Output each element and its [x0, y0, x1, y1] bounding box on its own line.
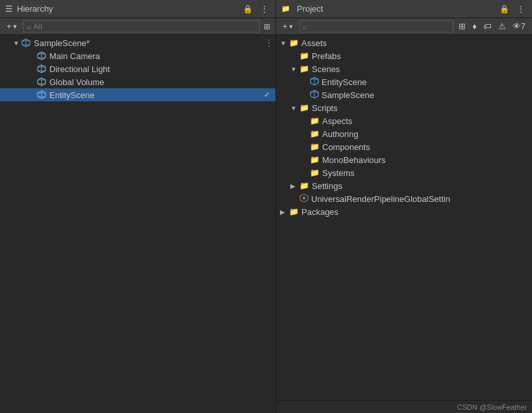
- project-item-packages[interactable]: ▶ 📁 Packages: [276, 205, 532, 218]
- project-item-prefabs[interactable]: 📁 Prefabs: [276, 49, 532, 62]
- hierarchy-menu-icon: ☰: [5, 4, 13, 14]
- project-eye-btn[interactable]: 👁7: [510, 20, 528, 32]
- hierarchy-search-icon: ⌕: [27, 23, 31, 31]
- assets-folder-icon: 📁: [289, 38, 299, 47]
- globalvolume-label: Global Volume: [49, 77, 273, 87]
- hierarchy-lock-btn[interactable]: 🔒: [241, 5, 255, 14]
- watermark-text: CSDN @SlowFeather: [457, 403, 527, 411]
- project-more-btn[interactable]: ⋮: [515, 5, 527, 14]
- project-toolbar: + ▼ ⌕ ⊞ ♦ 🏷 ⚠ 👁7: [276, 18, 532, 35]
- project-item-aspects[interactable]: 📁 Aspects: [276, 114, 532, 127]
- authoring-folder-icon: 📁: [310, 129, 320, 138]
- project-lock-btn[interactable]: 🔒: [498, 5, 511, 14]
- entityscene-asset-label: EntityScene: [322, 77, 366, 87]
- hierarchy-search-input[interactable]: [34, 22, 257, 31]
- samplescene-asset-icon: [310, 90, 319, 101]
- project-item-scripts[interactable]: ▼ 📁 Scripts: [276, 101, 532, 114]
- globalvolume-icon: [36, 77, 47, 87]
- packages-arrow: ▶: [280, 208, 289, 216]
- samplescene-icon: [21, 38, 31, 48]
- project-item-monobehaviours[interactable]: 📁 MonoBehaviours: [276, 153, 532, 166]
- svg-point-27: [303, 197, 305, 199]
- hierarchy-add-button[interactable]: + ▼: [4, 21, 21, 32]
- hierarchy-panel: ☰ Hierarchy 🔒 ⋮ + ▼ ⌕ ⊞ ▼: [0, 0, 276, 413]
- directionallight-label: Directional Light: [49, 64, 273, 74]
- samplescene-arrow: ▼: [12, 40, 21, 47]
- project-item-entityscene-asset[interactable]: EntityScene: [276, 75, 532, 88]
- settings-folder-icon: 📁: [299, 181, 309, 190]
- project-item-systems[interactable]: 📁 Systems: [276, 166, 532, 179]
- project-add-button[interactable]: + ▼: [280, 21, 297, 32]
- hierarchy-item-directionallight[interactable]: Directional Light: [0, 62, 275, 75]
- project-search-icon: ⌕: [303, 23, 307, 31]
- assets-arrow: ▼: [280, 40, 289, 47]
- aspects-label: Aspects: [322, 116, 352, 126]
- project-warn-btn[interactable]: ⚠: [496, 20, 509, 32]
- systems-folder-icon: 📁: [310, 168, 320, 177]
- hierarchy-item-samplescene[interactable]: ▼ SampleScene* ⋮: [0, 36, 275, 49]
- components-folder-icon: 📁: [310, 142, 320, 151]
- hierarchy-item-maincamera[interactable]: Main Camera: [0, 49, 275, 62]
- scenes-arrow: ▼: [290, 66, 299, 73]
- project-search-input[interactable]: [310, 22, 451, 31]
- samplescene-asset-label: SampleScene: [322, 90, 374, 100]
- samplescene-more-btn[interactable]: ⋮: [265, 38, 273, 47]
- packages-folder-icon: 📁: [289, 207, 299, 216]
- watermark-bar: CSDN @SlowFeather: [276, 400, 532, 413]
- scenes-folder-icon: 📁: [299, 64, 309, 73]
- assets-label: Assets: [301, 38, 327, 48]
- maincamera-icon: [36, 51, 47, 61]
- settings-arrow: ▶: [290, 182, 299, 190]
- project-item-settings[interactable]: ▶ 📁 Settings: [276, 179, 532, 192]
- hierarchy-tree: ▼ SampleScene* ⋮: [0, 35, 275, 413]
- project-grid-btn[interactable]: ⊞: [456, 20, 468, 32]
- entityscene-icon: [36, 90, 47, 100]
- aspects-folder-icon: 📁: [310, 116, 320, 125]
- scripts-arrow: ▼: [290, 105, 299, 112]
- project-item-components[interactable]: 📁 Components: [276, 140, 532, 153]
- hierarchy-item-entityscene[interactable]: EntityScene ✓: [0, 88, 275, 101]
- settings-label: Settings: [312, 181, 342, 191]
- project-item-urp[interactable]: UniversalRenderPipelineGlobalSettin: [276, 192, 532, 205]
- scripts-folder-icon: 📁: [299, 103, 309, 112]
- hierarchy-header: ☰ Hierarchy 🔒 ⋮: [0, 0, 275, 18]
- hierarchy-item-globalvolume[interactable]: Global Volume: [0, 75, 275, 88]
- urp-icon: [299, 194, 309, 204]
- project-item-scenes[interactable]: ▼ 📁 Scenes: [276, 62, 532, 75]
- authoring-label: Authoring: [322, 129, 359, 139]
- urp-label: UniversalRenderPipelineGlobalSettin: [311, 194, 450, 204]
- scenes-label: Scenes: [312, 64, 340, 74]
- project-item-assets[interactable]: ▼ 📁 Assets: [276, 36, 532, 49]
- hierarchy-toolbar: + ▼ ⌕ ⊞: [0, 18, 275, 35]
- project-search-box: ⌕: [299, 20, 454, 32]
- directionallight-icon: [36, 64, 47, 74]
- entityscene-asset-icon: [310, 77, 319, 88]
- project-item-authoring[interactable]: 📁 Authoring: [276, 127, 532, 140]
- monobehaviours-folder-icon: 📁: [310, 155, 320, 164]
- project-title: Project: [297, 4, 494, 14]
- project-label-btn[interactable]: 🏷: [481, 20, 494, 32]
- packages-label: Packages: [301, 207, 338, 217]
- hierarchy-add-chevron: ▼: [12, 23, 18, 30]
- samplescene-label: SampleScene*: [34, 38, 265, 48]
- prefabs-folder-icon: 📁: [299, 51, 309, 60]
- project-panel: 📁 Project 🔒 ⋮ + ▼ ⌕ ⊞ ♦ 🏷 ⚠ 👁7: [276, 0, 532, 413]
- project-tree: ▼ 📁 Assets 📁 Prefabs ▼ 📁 Scenes: [276, 35, 532, 400]
- project-toolbar-right: ⊞ ♦ 🏷 ⚠ 👁7: [456, 20, 528, 32]
- hierarchy-more-btn[interactable]: ⋮: [259, 5, 270, 14]
- project-item-samplescene-asset[interactable]: SampleScene: [276, 88, 532, 101]
- hierarchy-search-box: ⌕: [23, 20, 260, 32]
- hierarchy-title: Hierarchy: [17, 4, 237, 14]
- entityscene-checkmark: ✓: [264, 90, 270, 99]
- project-add-chevron: ▼: [288, 23, 294, 30]
- prefabs-label: Prefabs: [312, 51, 341, 61]
- components-label: Components: [322, 142, 370, 152]
- entityscene-label: EntityScene: [49, 90, 264, 100]
- hierarchy-search-toggle[interactable]: ⊞: [262, 21, 272, 32]
- project-filter-btn[interactable]: ♦: [470, 20, 479, 32]
- folder-tab-icon: 📁: [281, 5, 290, 13]
- scripts-label: Scripts: [312, 103, 338, 113]
- project-header: 📁 Project 🔒 ⋮: [276, 0, 532, 18]
- monobehaviours-label: MonoBehaviours: [322, 155, 386, 165]
- systems-label: Systems: [322, 168, 355, 178]
